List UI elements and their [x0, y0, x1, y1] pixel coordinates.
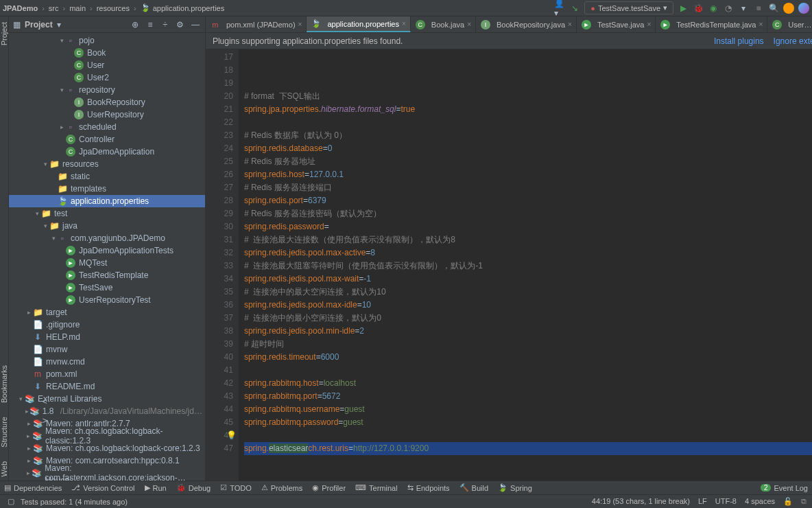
expand-icon[interactable]: ▸ [25, 457, 32, 464]
code-line[interactable] [244, 455, 812, 468]
tree-row[interactable]: ▸📚Maven: ch.qos.logback:logback-classic:… [9, 430, 205, 442]
tool-structure[interactable]: Structure [0, 417, 8, 448]
tool-web[interactable]: Web [0, 461, 8, 476]
toolwindow-profiler[interactable]: ◉Profiler [312, 483, 346, 492]
expand-icon[interactable]: ▸ [25, 420, 32, 427]
code-line[interactable] [244, 116, 812, 129]
close-icon[interactable]: × [298, 21, 302, 28]
editor-tab[interactable]: ►TestSave.java× [577, 16, 656, 32]
tree-row[interactable]: mpom.xml [9, 368, 205, 380]
more-run-icon[interactable]: ▾ [738, 3, 749, 14]
tree-row[interactable]: 📁templates [9, 183, 205, 195]
tree-row[interactable]: ⬇HELP.md [9, 331, 205, 343]
toolwindow-dependencies[interactable]: ▤Dependencies [4, 483, 62, 492]
search-icon[interactable]: 🔍 [768, 3, 779, 14]
code-line[interactable] [244, 364, 812, 377]
editor-tab[interactable]: IBookRepository.java× [476, 16, 577, 32]
toolwindow-spring[interactable]: 🍃Spring [498, 483, 532, 492]
tree-row[interactable]: CUser2 [9, 71, 205, 84]
toolwindow-run[interactable]: ▶Run [145, 483, 167, 492]
tree-row[interactable]: 📄.gitignore [9, 319, 205, 331]
tree-row[interactable]: ▾▫repository [9, 84, 205, 96]
crumb-project[interactable]: JPADemo [3, 4, 38, 12]
code-line[interactable]: # Redis 服务器连接端口 [244, 181, 812, 194]
close-icon[interactable]: × [467, 21, 471, 28]
tree-row[interactable]: 📄mvnw [9, 343, 205, 356]
event-log-button[interactable]: 2 Event Log [761, 484, 808, 492]
tool-window-toggle-icon[interactable]: ▢ [5, 496, 16, 507]
code-line[interactable]: spring.redis.jedis.pool.min-idle=2 [244, 325, 812, 338]
editor-tab[interactable]: mpom.xml (JPADemo)× [206, 16, 307, 32]
hide-icon[interactable]: — [190, 19, 201, 30]
expand-icon[interactable]: ▸ [25, 470, 32, 476]
code-line[interactable]: spring.redis.jedis.pool.max-wait=-1 [244, 273, 812, 286]
code-line[interactable]: spring.rabbitmq.username=guest [244, 403, 812, 416]
code-line[interactable]: spring.rabbitmq.host=localhost [244, 377, 812, 390]
expand-icon[interactable]: ▾ [58, 37, 65, 44]
ignore-extension-link[interactable]: Ignore extension [774, 36, 812, 46]
target-icon[interactable]: ⊕ [130, 19, 141, 30]
file-encoding[interactable]: UTF-8 [715, 497, 737, 506]
close-icon[interactable]: × [402, 20, 406, 27]
code-line[interactable]: # 连接池最大阻塞等待时间（使用负值表示没有限制），默认为-1 [244, 259, 812, 273]
editor-tab[interactable]: CUser…× [767, 16, 812, 32]
editor-tab[interactable]: ►TestRedisTemplate.java× [656, 16, 767, 32]
expand-icon[interactable]: ▸ [58, 124, 65, 130]
code-line[interactable]: spring.redis.timeout=6000 [244, 351, 812, 364]
coverage-icon[interactable]: ◉ [708, 3, 719, 14]
project-tree[interactable]: ▾▫pojoCBookCUserCUser2▾▫repositoryIBookR… [9, 33, 205, 481]
tree-row[interactable]: ▾▫com.yangjunbo.JPADemo [9, 232, 205, 244]
expand-icon[interactable]: ▾ [42, 161, 49, 168]
memory-indicator-icon[interactable]: ⧉ [801, 497, 807, 506]
user-icon[interactable]: 👤▾ [554, 3, 565, 14]
expand-icon[interactable]: ▾ [42, 222, 49, 229]
code-line[interactable]: # 连接池最大连接数（使用负值表示没有限制），默认为8 [244, 233, 812, 246]
tree-row[interactable]: CUser [9, 59, 205, 71]
code-line[interactable]: # Redis 数据库（默认为 0） [244, 129, 812, 142]
tree-row[interactable]: ►UserRepositoryTest [9, 294, 205, 306]
crumb-src[interactable]: src [49, 4, 59, 12]
tree-row[interactable]: ▾📁test [9, 207, 205, 220]
tree-row[interactable]: 📁static [9, 170, 205, 183]
code-line[interactable]: spring.redis.database=0 [244, 142, 812, 155]
chevron-down-icon[interactable]: ▾ [57, 20, 61, 30]
code-line[interactable]: # Redis 服务器连接密码（默认为空） [244, 207, 812, 220]
tree-row[interactable]: ⬇README.md [9, 380, 205, 393]
code-editor[interactable]: ✔ # format 下SQL输出spring.jpa.properties.h… [239, 49, 812, 481]
code-line[interactable]: 💡 [244, 429, 812, 442]
tree-row[interactable]: ▾📁resources [9, 158, 205, 170]
code-line[interactable]: spring.redis.password= [244, 220, 812, 233]
tree-row[interactable]: ▸📁target [9, 306, 205, 319]
run-icon[interactable]: ▶ [678, 3, 689, 14]
toolwindow-problems[interactable]: ⚠Problems [261, 483, 302, 492]
indent-setting[interactable]: 4 spaces [745, 497, 775, 506]
expand-icon[interactable]: ▾ [58, 86, 65, 93]
expand-icon[interactable]: ▸ [25, 432, 32, 439]
expand-icon[interactable]: ▾ [34, 210, 40, 217]
tree-row[interactable]: ▾▫pojo [9, 34, 205, 47]
tree-row[interactable]: CBook [9, 47, 205, 59]
install-plugins-link[interactable]: Install plugins [714, 36, 764, 46]
toolwindow-todo[interactable]: ☑TODO [220, 483, 252, 492]
tree-row[interactable]: 📄mvnw.cmd [9, 356, 205, 368]
close-icon[interactable]: × [568, 21, 572, 28]
tree-row[interactable]: ▾📁java [9, 220, 205, 232]
expand-icon[interactable]: ≡ [145, 19, 156, 30]
toolwindow-terminal[interactable]: ⌨Terminal [355, 483, 398, 492]
intention-bulb-icon[interactable]: 💡 [226, 429, 237, 442]
stop-icon[interactable]: ■ [753, 3, 764, 14]
toolwindow-endpoints[interactable]: ⇆Endpoints [407, 483, 450, 492]
tree-row[interactable]: ►MQTest [9, 257, 205, 269]
tool-project[interactable]: Project [0, 22, 8, 45]
tree-row[interactable]: ►JpaDemoApplicationTests [9, 244, 205, 257]
close-icon[interactable]: × [759, 21, 763, 28]
tree-row[interactable]: ▾📚External Libraries [9, 393, 205, 405]
code-line[interactable]: # 连接池中的最大空闲连接，默认为10 [244, 286, 812, 299]
ide-updates-icon[interactable] [798, 3, 809, 14]
tree-row[interactable]: ▸▫scheduled [9, 121, 205, 133]
debug-icon[interactable]: 🐞 [693, 3, 704, 14]
code-line[interactable]: spring.redis.port=6379 [244, 194, 812, 207]
collapse-icon[interactable]: ÷ [160, 19, 171, 30]
code-line[interactable]: # Redis 服务器地址 [244, 155, 812, 168]
tool-bookmarks[interactable]: Bookmarks [0, 365, 8, 403]
